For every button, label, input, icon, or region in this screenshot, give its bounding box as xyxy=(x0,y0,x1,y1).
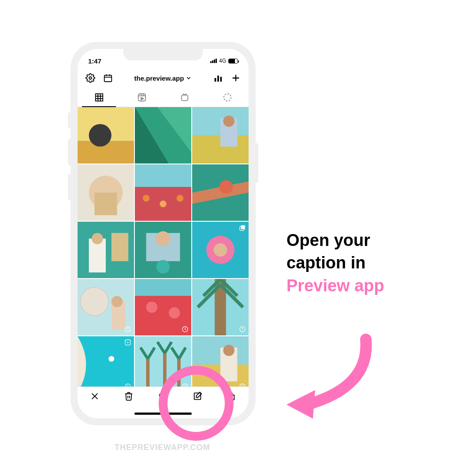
phone-volume-down xyxy=(68,174,71,201)
export-icon[interactable] xyxy=(227,391,236,401)
svg-rect-58 xyxy=(135,279,191,296)
svg-marker-19 xyxy=(141,97,144,100)
instruction-line-2: caption in xyxy=(286,253,365,272)
svg-rect-10 xyxy=(95,93,103,101)
grid-cell[interactable] xyxy=(135,222,191,278)
svg-rect-5 xyxy=(215,78,216,82)
instruction-line-3: Preview app xyxy=(286,276,384,295)
phone-frame: 1:47 4G the.preview.app xyxy=(71,42,256,425)
tab-grid[interactable] xyxy=(78,88,120,107)
svg-point-36 xyxy=(160,201,166,207)
svg-marker-89 xyxy=(286,390,315,419)
home-indicator xyxy=(134,413,192,415)
svg-rect-32 xyxy=(94,193,117,215)
clock-icon xyxy=(182,326,189,333)
phone-volume-up xyxy=(68,139,71,165)
phone-power-button xyxy=(256,143,258,183)
svg-rect-43 xyxy=(112,233,128,261)
phone-notch xyxy=(123,49,203,60)
stories-icon xyxy=(223,93,232,102)
plus-icon[interactable] xyxy=(231,73,241,83)
svg-rect-51 xyxy=(241,225,245,229)
svg-point-24 xyxy=(89,124,112,146)
svg-point-46 xyxy=(156,231,170,246)
svg-point-35 xyxy=(143,195,149,201)
svg-point-50 xyxy=(214,243,227,257)
svg-point-60 xyxy=(146,301,158,313)
phone-screen: 1:47 4G the.preview.app xyxy=(78,49,249,418)
grid-icon xyxy=(94,93,104,102)
bottom-toolbar xyxy=(78,387,249,418)
grid-cell[interactable] xyxy=(192,222,249,278)
grid-cell[interactable] xyxy=(78,279,134,335)
svg-rect-6 xyxy=(217,76,219,82)
instruction-line-1: Open your xyxy=(286,231,370,249)
status-time: 1:47 xyxy=(88,57,101,65)
clock-icon xyxy=(124,326,131,333)
close-icon[interactable] xyxy=(90,391,100,401)
grid-cell[interactable] xyxy=(135,164,191,221)
tab-igtv[interactable] xyxy=(163,88,206,107)
calendar-icon[interactable] xyxy=(103,73,113,83)
instruction-text: Open your caption in Preview app xyxy=(286,229,454,297)
svg-point-29 xyxy=(223,115,234,127)
svg-point-37 xyxy=(177,195,183,201)
trash-icon[interactable] xyxy=(124,391,134,401)
svg-rect-33 xyxy=(135,164,191,187)
grid-cell[interactable] xyxy=(78,336,134,393)
reel-badge-icon xyxy=(124,339,131,346)
grid-cell[interactable] xyxy=(192,107,249,164)
battery-icon xyxy=(228,59,238,63)
svg-point-54 xyxy=(80,287,108,316)
watermark: THEPREVIEWAPP.COM xyxy=(115,443,210,452)
grid-cell[interactable] xyxy=(192,336,249,393)
clock-icon xyxy=(239,326,246,333)
svg-point-56 xyxy=(112,296,123,307)
svg-point-39 xyxy=(219,180,233,194)
arrow-annotation xyxy=(278,326,383,423)
svg-rect-7 xyxy=(220,77,222,82)
analytics-icon[interactable] xyxy=(213,73,223,83)
grid-cell[interactable] xyxy=(192,279,249,335)
account-dropdown[interactable]: the.preview.app xyxy=(134,74,192,82)
grid-cell[interactable] xyxy=(135,107,191,164)
grid-cell[interactable] xyxy=(78,164,134,221)
svg-point-61 xyxy=(169,307,180,319)
svg-point-47 xyxy=(156,260,170,274)
svg-point-79 xyxy=(223,345,234,356)
app-toolbar: the.preview.app xyxy=(78,68,249,88)
grid-cell[interactable] xyxy=(78,107,134,164)
igtv-icon xyxy=(180,93,190,102)
phone-mute-switch xyxy=(68,112,71,128)
svg-point-0 xyxy=(89,77,92,79)
reels-icon xyxy=(137,93,147,102)
tab-reels[interactable] xyxy=(120,88,163,107)
grid-cell[interactable] xyxy=(192,164,249,221)
carousel-icon xyxy=(239,224,246,231)
gear-icon[interactable] xyxy=(86,73,95,83)
account-name: the.preview.app xyxy=(134,74,184,82)
svg-marker-69 xyxy=(127,342,129,343)
svg-point-21 xyxy=(223,93,231,101)
svg-point-67 xyxy=(108,356,114,362)
grid-cell[interactable] xyxy=(135,279,191,335)
svg-point-42 xyxy=(92,233,103,245)
content-tabs xyxy=(78,88,249,107)
filter-icon[interactable] xyxy=(158,391,168,401)
svg-rect-86 xyxy=(194,393,201,400)
grid-cell[interactable] xyxy=(135,336,191,393)
network-label: 4G xyxy=(219,58,226,64)
svg-rect-1 xyxy=(104,75,112,82)
photo-grid xyxy=(78,107,249,393)
status-right: 4G xyxy=(210,58,238,64)
signal-icon xyxy=(210,59,217,63)
grid-cell[interactable] xyxy=(78,222,134,278)
svg-rect-20 xyxy=(181,95,188,100)
tab-stories[interactable] xyxy=(206,88,249,107)
edit-icon[interactable] xyxy=(193,391,202,401)
chevron-down-icon xyxy=(186,75,192,81)
